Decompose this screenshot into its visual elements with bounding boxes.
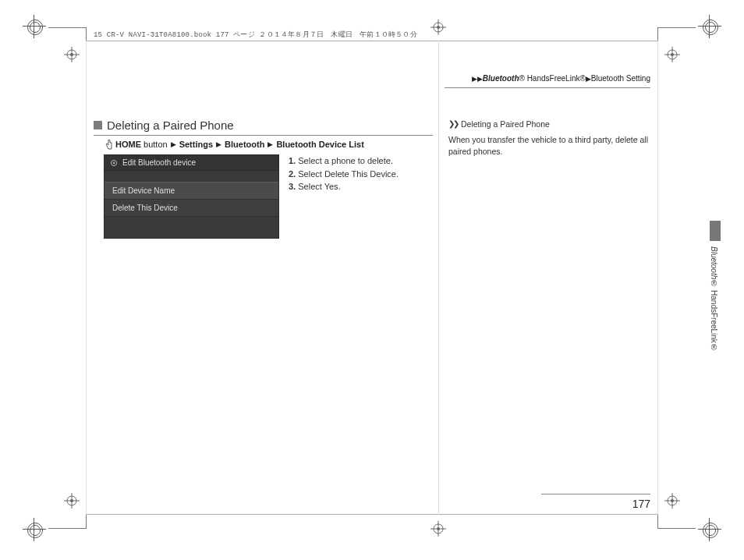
cut-line: [48, 528, 86, 529]
breadcrumb-item: Bluetooth: [483, 74, 519, 83]
trim-rule: [86, 41, 87, 515]
cut-line: [86, 27, 87, 41]
page-number-rule: [541, 494, 650, 494]
trim-rule: [657, 41, 658, 515]
cut-line: [48, 27, 86, 28]
step-2: 2. Select Delete This Device.: [289, 168, 434, 181]
nav-home: HOME: [115, 140, 141, 149]
hand-icon: [105, 139, 112, 150]
cut-line: [658, 27, 696, 28]
vertical-section-label: Bluetooth® HandsFreeLink®: [709, 246, 718, 352]
section-heading: Deleting a Paired Phone: [94, 119, 433, 136]
crop-mark-icon: [26, 18, 43, 35]
register-mark-icon: [430, 521, 446, 537]
crop-mark-icon: [26, 521, 43, 538]
register-mark-icon: [664, 493, 680, 509]
step-3: 3. Select Yes.: [289, 180, 434, 193]
crop-mark-icon: [701, 18, 718, 35]
register-mark-icon: [64, 47, 80, 62]
screenshot-header: Edit Bluetooth device: [105, 155, 278, 171]
edge-tab: [710, 221, 721, 241]
register-mark-icon: [64, 493, 80, 509]
nav-bluetooth: Bluetooth: [225, 140, 264, 149]
trim-rule: [86, 41, 658, 41]
svg-point-11: [70, 53, 73, 56]
register-mark-icon: [430, 19, 446, 35]
registered-mark: ®: [579, 74, 585, 83]
cut-line: [657, 515, 658, 529]
device-screenshot: Edit Bluetooth device Edit Device Name D…: [104, 154, 279, 239]
svg-point-7: [437, 527, 440, 530]
nav-path: HOME button ▶ Settings ▶ Bluetooth ▶ Blu…: [105, 139, 364, 150]
cut-line: [657, 27, 658, 41]
chevron-right-icon: ▶: [586, 75, 591, 83]
file-header: 15 CR-V NAVI-31T0A8100.book 177 ページ ２０１４…: [94, 30, 417, 40]
screenshot-header-text: Edit Bluetooth device: [122, 158, 196, 167]
cut-line: [658, 528, 696, 529]
breadcrumb: ▶▶Bluetooth® HandsFreeLink®▶Bluetooth Se…: [445, 74, 650, 83]
breadcrumb-item: Bluetooth Setting: [591, 74, 650, 83]
square-bullet-icon: [94, 121, 102, 129]
steps-list: 1. Select a phone to delete. 2. Select D…: [289, 154, 434, 193]
trim-rule: [86, 514, 658, 515]
screenshot-row: Delete This Device: [105, 200, 278, 217]
page-root: 15 CR-V NAVI-31T0A8100.book 177 ページ ２０１４…: [0, 0, 744, 560]
chevron-right-icon: ▶▶: [472, 75, 483, 83]
fold-rule: [438, 41, 439, 515]
svg-point-19: [671, 53, 674, 56]
section-title-text: Deleting a Paired Phone: [107, 119, 234, 132]
svg-point-23: [671, 499, 674, 502]
step-1: 1. Select a phone to delete.: [289, 154, 434, 168]
chevron-right-icon: ▶: [216, 140, 221, 148]
svg-point-3: [437, 26, 440, 29]
breadcrumb-item: HandsFreeLink: [527, 74, 580, 83]
svg-point-25: [113, 161, 115, 163]
chevron-right-icon: ▶: [267, 140, 273, 148]
breadcrumb-rule: [445, 87, 650, 88]
registered-mark: ®: [519, 74, 524, 83]
side-note-title-text: Deleting a Paired Phone: [461, 119, 550, 130]
gear-icon: [110, 159, 118, 167]
register-mark-icon: [664, 47, 680, 62]
page-number: 177: [632, 498, 650, 510]
side-note: ❯❯ Deleting a Paired Phone When you tran…: [448, 119, 651, 158]
crop-mark-icon: [701, 521, 718, 538]
cut-line: [86, 515, 87, 529]
side-note-title: ❯❯ Deleting a Paired Phone: [448, 119, 651, 130]
chevron-right-icon: ❯❯: [448, 119, 458, 130]
chevron-right-icon: ▶: [171, 140, 176, 148]
screenshot-row: Edit Device Name: [105, 182, 278, 200]
nav-home-suffix: button: [141, 140, 168, 149]
nav-device-list: Bluetooth Device List: [276, 140, 363, 149]
side-note-body: When you transfer the vehicle to a third…: [448, 134, 651, 158]
svg-point-15: [70, 499, 73, 502]
nav-settings: Settings: [179, 140, 213, 149]
